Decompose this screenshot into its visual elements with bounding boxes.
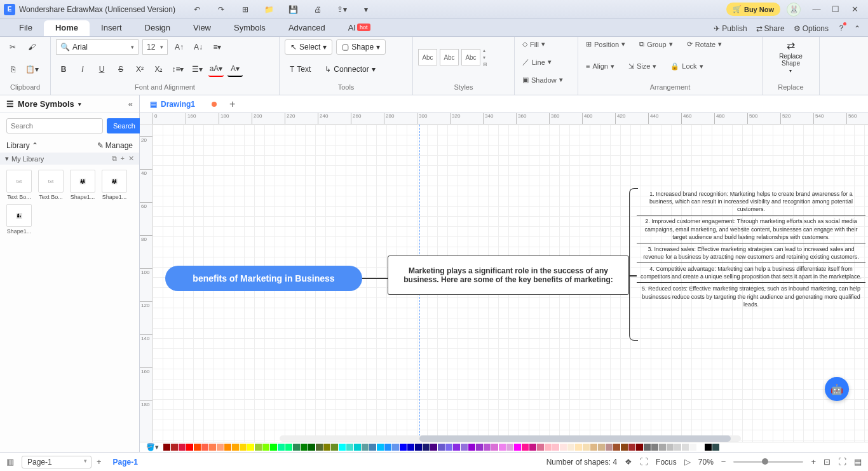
library-toggle[interactable]: Library ⌃ [6,141,38,150]
superscript-icon[interactable]: X² [132,62,147,77]
font-size-combo[interactable]: 12▾ [142,39,168,55]
color-swatch[interactable] [506,444,513,451]
options-button[interactable]: ⚙ Options [794,24,829,33]
line-dropdown[interactable]: ／ Line ▾ [520,57,573,67]
color-swatch[interactable] [445,444,452,451]
font-color-icon[interactable]: A▾ [227,62,243,77]
qat-more-icon[interactable]: ▾ [358,2,374,17]
zoom-knob[interactable] [762,458,768,465]
size-dropdown[interactable]: ⇲ Size▾ [626,62,659,71]
color-swatch[interactable] [331,444,338,451]
undo-icon[interactable]: ↶ [189,2,205,17]
color-swatch[interactable] [430,444,437,451]
text-tool-button[interactable]: T Text [285,62,316,77]
lib-item[interactable]: txtText Bo... [37,170,65,200]
color-swatch[interactable] [583,444,590,451]
brace-list-shape[interactable]: 1. Increased brand recognition: Marketin… [637,188,865,310]
color-swatch[interactable] [194,444,201,451]
color-swatch[interactable] [171,444,178,451]
color-swatch[interactable] [621,444,628,451]
styles-more-icon[interactable]: ⊟ [483,62,487,67]
tab-ai[interactable]: AIhot [337,20,382,36]
styles-down-icon[interactable]: ▾ [483,55,487,60]
align-icon[interactable]: ≡▾ [210,39,225,55]
buy-now-button[interactable]: 🛒 Buy Now [726,3,780,16]
color-swatch[interactable] [712,444,719,451]
close-icon[interactable]: ✕ [845,4,864,14]
color-swatch[interactable] [415,444,422,451]
fullscreen-icon[interactable]: ⛶ [838,457,846,467]
symbol-search-input[interactable] [6,118,103,133]
color-swatch[interactable] [369,444,376,451]
styles-up-icon[interactable]: ▴ [483,48,487,53]
close-lib-icon[interactable]: ✕ [128,154,134,163]
print-icon[interactable]: 🖨 [310,2,325,17]
connector-line[interactable] [362,278,388,279]
tab-symbols[interactable]: Symbols [222,20,277,36]
redo-icon[interactable]: ↷ [214,2,229,17]
color-swatch[interactable] [628,444,635,451]
page-tab[interactable]: Page-1 [109,458,142,467]
lib-item[interactable]: 👨‍👩‍👧Shape1... [100,170,128,200]
horizontal-ruler[interactable]: 0160180200220240260280300320340360380400… [140,113,868,125]
color-swatch[interactable] [278,444,285,451]
share-button[interactable]: ⇄ Share [756,24,785,33]
color-swatch[interactable] [285,444,292,451]
color-swatch[interactable] [240,444,247,451]
lib-item[interactable]: 👩‍👦Shape1... [5,204,33,235]
publish-button[interactable]: ✈ Publish [714,24,747,33]
color-swatch[interactable] [438,444,445,451]
color-swatch[interactable] [567,444,574,451]
strikethrough-icon[interactable]: S [113,62,128,77]
color-swatch[interactable] [201,444,208,451]
color-swatch[interactable] [468,444,475,451]
presentation-icon[interactable]: ▷ [684,457,691,467]
tab-insert[interactable]: Insert [90,20,133,36]
user-avatar-icon[interactable]: 🐰 [787,3,801,17]
replace-shape-button[interactable]: ⇄ Replace Shape ▾ [779,39,803,74]
page-layout-icon[interactable]: ▥ [6,457,14,467]
select-tool-button[interactable]: ↖ Select ▾ [285,39,332,55]
zoom-in-icon[interactable]: + [811,457,816,467]
horizontal-scrollbar[interactable] [280,435,741,442]
color-swatch[interactable] [384,444,391,451]
subscript-icon[interactable]: X₂ [151,62,166,77]
color-swatch[interactable] [659,444,666,451]
color-swatch[interactable] [255,444,262,451]
color-swatch[interactable] [339,444,346,451]
color-swatch[interactable] [644,444,651,451]
panel-toggle-icon[interactable]: ▤ [854,457,862,467]
bold-icon[interactable]: B [56,62,71,77]
add-document-icon[interactable]: + [229,99,235,110]
color-swatch[interactable] [529,444,536,451]
vertical-ruler[interactable]: 20406080100120140160180 [140,125,153,452]
color-swatch[interactable] [522,444,529,451]
lib-item[interactable]: 👨‍👩‍👧Shape1... [69,170,97,200]
color-swatch[interactable] [400,444,407,451]
style-preset-2[interactable]: Abc [440,49,459,65]
color-swatch[interactable] [293,444,300,451]
symbol-search-button[interactable]: Search [107,118,142,133]
color-swatch[interactable] [377,444,384,451]
color-swatch[interactable] [667,444,674,451]
layers-icon[interactable]: ❖ [625,457,632,467]
color-swatch[interactable] [560,444,567,451]
paint-bucket-icon[interactable]: 🪣▾ [146,443,159,451]
color-swatch[interactable] [453,444,460,451]
color-swatch[interactable] [689,444,696,451]
color-swatch[interactable] [163,444,170,451]
color-swatch[interactable] [682,444,689,451]
color-swatch[interactable] [423,444,430,451]
lib-item[interactable]: txtText Bo... [5,170,33,200]
color-swatch[interactable] [590,444,597,451]
color-swatch[interactable] [179,444,186,451]
maximize-icon[interactable]: ☐ [826,4,845,14]
save-icon[interactable]: 💾 [286,2,301,17]
tab-home[interactable]: Home [44,20,90,36]
collapse-ribbon-icon[interactable]: ⌃ [854,24,860,33]
font-name-combo[interactable]: 🔍 Arial▾ [56,39,139,55]
paste-icon[interactable]: 📋▾ [24,62,39,77]
rotate-dropdown[interactable]: ⟳ Rotate▾ [684,39,724,49]
position-dropdown[interactable]: ⊞ Position▾ [583,39,628,49]
group-dropdown[interactable]: ⧉ Group▾ [637,39,675,49]
